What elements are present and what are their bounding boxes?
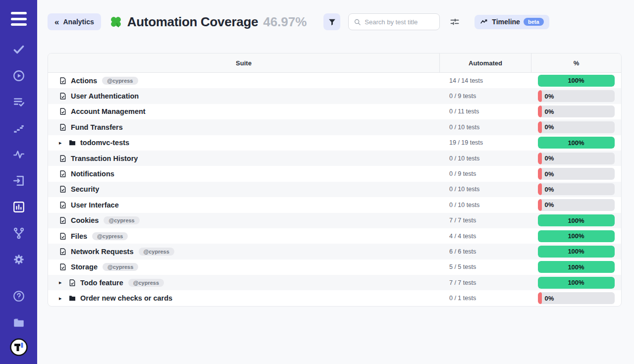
file-check-icon (59, 232, 67, 240)
sliders-settings-button[interactable] (449, 16, 461, 28)
suite-cell: Account Management (48, 107, 439, 115)
trending-line-icon (480, 18, 488, 26)
table-row[interactable]: User Interface 0 / 10 tests 0% (48, 197, 621, 212)
folder-icon[interactable] (12, 315, 26, 329)
suite-cell: Storage @cypress (48, 263, 439, 271)
row-icon (59, 155, 67, 162)
hamburger-menu-icon[interactable] (11, 12, 27, 26)
row-icon (59, 107, 67, 115)
coverage-bar-fill (538, 168, 542, 180)
table-row[interactable]: Actions @cypress 14 / 14 tests 100% (48, 73, 621, 88)
suite-name[interactable]: Files (71, 232, 87, 240)
back-to-analytics-button[interactable]: « Analytics (48, 13, 101, 30)
coverage-percent-label: 100% (538, 137, 615, 149)
table-row[interactable]: User Authentication 0 / 9 tests 0% (48, 88, 621, 104)
table-row[interactable]: Network Requests @cypress 6 / 6 tests 10… (48, 244, 621, 259)
table-row[interactable]: Fund Transfers 0 / 10 tests 0% (48, 119, 621, 135)
suite-tag-badge: @cypress (103, 263, 138, 271)
coverage-bar-fill (538, 90, 542, 102)
table-header-row: Suite Automated % (48, 53, 621, 73)
testomat-logo[interactable] (9, 338, 28, 357)
suite-tag-badge: @cypress (102, 77, 138, 85)
app-window: « Analytics Automation Coverage 46.97% T… (0, 0, 634, 364)
table-row[interactable]: Transaction History 0 / 10 tests 0% (48, 151, 621, 166)
coverage-bar: 0% (538, 183, 615, 195)
table-row[interactable]: Security 0 / 10 tests 0% (48, 182, 621, 197)
import-icon[interactable] (12, 174, 26, 188)
automated-count: 6 / 6 tests (439, 248, 531, 255)
expand-arrow-icon[interactable]: ▸ (59, 295, 65, 302)
table-row[interactable]: Account Management 0 / 11 tests 0% (48, 104, 621, 119)
suite-tag-badge: @cypress (128, 279, 164, 287)
search-input[interactable] (365, 18, 434, 26)
row-icon (59, 232, 67, 240)
coverage-bar: 0% (538, 105, 615, 117)
coverage-bar: 0% (538, 199, 615, 211)
coverage-percent-label: 0% (545, 168, 554, 180)
check-icon[interactable] (12, 43, 26, 56)
suite-cell: ▸ Todo feature @cypress (48, 279, 439, 287)
sidebar (0, 0, 37, 364)
automated-count: 0 / 9 tests (439, 93, 531, 100)
coverage-table: Suite Automated % Actions @cypress 14 / … (48, 53, 622, 307)
pulse-icon[interactable] (12, 148, 26, 161)
percent-cell: 0% (531, 199, 621, 211)
coverage-bar-fill (538, 121, 542, 133)
automated-count: 0 / 11 tests (439, 108, 531, 115)
file-check-icon (59, 185, 67, 193)
search-box[interactable] (348, 13, 440, 30)
branch-icon[interactable] (12, 226, 26, 240)
suite-cell: User Interface (48, 201, 439, 209)
suite-name[interactable]: Order new checks or cards (80, 294, 172, 302)
coverage-bar: 100% (538, 246, 615, 258)
bar-chart-icon[interactable] (12, 200, 26, 214)
coverage-percent-label: 100% (538, 261, 615, 273)
table-row[interactable]: Notifications 0 / 9 tests 0% (48, 166, 621, 181)
suite-name[interactable]: Transaction History (71, 155, 138, 162)
suite-name[interactable]: Cookies (71, 216, 99, 224)
coverage-percent-label: 0% (545, 121, 554, 133)
clover-icon (109, 15, 123, 29)
beta-badge: beta (524, 18, 544, 26)
file-check-icon (59, 155, 67, 162)
coverage-percent-label: 100% (538, 230, 615, 242)
suite-name[interactable]: Storage (71, 263, 98, 271)
play-circle-icon[interactable] (12, 69, 26, 83)
expand-arrow-icon[interactable]: ▸ (59, 279, 65, 286)
suite-name[interactable]: Todo feature (80, 279, 123, 287)
row-icon (59, 92, 67, 100)
table-row[interactable]: ▸ Order new checks or cards 0 / 1 tests … (48, 290, 621, 306)
timeline-button[interactable]: Timeline beta (475, 15, 549, 29)
table-row[interactable]: ▸ todomvc-tests 19 / 19 tests 100% (48, 135, 621, 151)
suite-name[interactable]: User Authentication (71, 92, 139, 100)
suite-name[interactable]: Actions (71, 77, 97, 85)
automated-count: 0 / 9 tests (439, 170, 531, 177)
list-check-icon[interactable] (12, 95, 26, 109)
suite-name[interactable]: todomvc-tests (80, 139, 129, 147)
suite-name[interactable]: Notifications (71, 170, 114, 178)
coverage-bar-fill (538, 153, 542, 164)
filter-button[interactable] (323, 13, 340, 30)
help-icon[interactable] (12, 289, 26, 303)
table-row[interactable]: Cookies @cypress 7 / 7 tests 100% (48, 213, 621, 228)
suite-tag-badge: @cypress (92, 232, 128, 240)
gear-icon[interactable] (12, 253, 26, 266)
suite-cell: Actions @cypress (48, 77, 439, 85)
table-row[interactable]: ▸ Todo feature @cypress 7 / 7 tests 100% (48, 275, 621, 290)
steps-icon[interactable] (12, 121, 26, 135)
automated-count: 4 / 4 tests (439, 233, 531, 240)
suite-name[interactable]: Account Management (71, 107, 146, 115)
suite-name[interactable]: User Interface (71, 201, 119, 209)
table-row[interactable]: Files @cypress 4 / 4 tests 100% (48, 228, 621, 244)
suite-cell: Fund Transfers (48, 123, 439, 131)
row-icon (68, 294, 76, 302)
suite-name[interactable]: Fund Transfers (71, 123, 123, 131)
column-header-suite: Suite (48, 53, 439, 72)
suite-name[interactable]: Network Requests (71, 248, 134, 256)
suite-cell: Security (48, 185, 439, 193)
table-row[interactable]: Storage @cypress 5 / 5 tests 100% (48, 260, 621, 275)
expand-arrow-icon[interactable]: ▸ (59, 140, 65, 146)
coverage-bar-fill (538, 199, 542, 211)
sliders-icon (450, 17, 460, 27)
suite-name[interactable]: Security (71, 185, 99, 193)
